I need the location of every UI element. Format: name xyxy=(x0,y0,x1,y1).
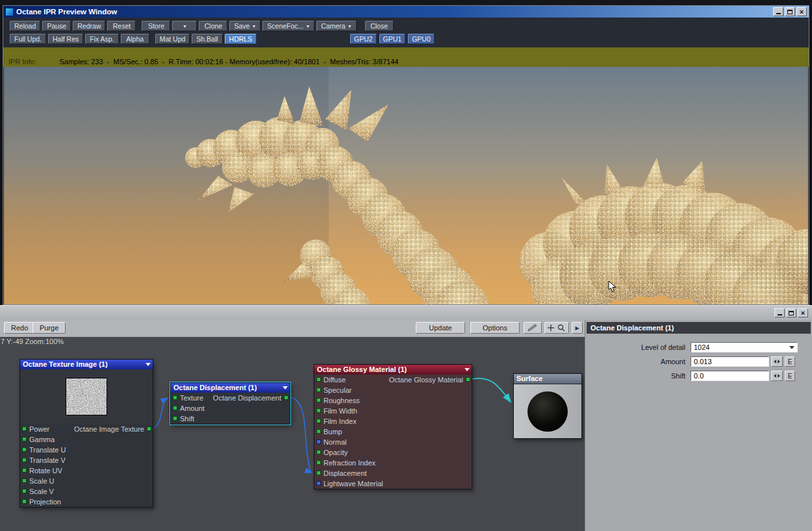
input-pin-bump[interactable] xyxy=(316,429,321,434)
input-pin-shift[interactable] xyxy=(173,416,177,421)
input-pin-normal[interactable] xyxy=(316,439,321,444)
node-octane-glossy-material[interactable]: Octane Glossy Material (1) DiffuseOctane… xyxy=(314,364,472,489)
redo-button[interactable]: Redo xyxy=(4,322,35,334)
node-header[interactable]: Octane Texture Image (1) xyxy=(20,360,153,369)
amount-input[interactable] xyxy=(691,356,769,367)
node-row-film-index[interactable]: Film Index xyxy=(314,416,472,426)
minimize-button[interactable] xyxy=(774,308,785,317)
toolbar-button-sh-ball[interactable]: Sh.Ball xyxy=(192,34,222,44)
input-pin-rotate-uv[interactable] xyxy=(22,468,27,473)
gpu-toggle-gpu0[interactable]: GPU0 xyxy=(408,34,435,44)
pen-tool-button[interactable] xyxy=(524,322,542,334)
input-pin-scale-v[interactable] xyxy=(22,489,27,493)
mini-slider-button[interactable] xyxy=(771,356,783,367)
pan-zoom-tool-button[interactable] xyxy=(544,322,569,334)
close-button[interactable]: × xyxy=(798,308,808,317)
node-row-projection[interactable]: Projection xyxy=(20,497,153,507)
node-header[interactable]: Surface xyxy=(514,374,581,384)
input-pin-film-width[interactable] xyxy=(316,408,321,413)
toolbar-button-close[interactable]: Close xyxy=(365,21,394,31)
maximize-button[interactable] xyxy=(785,7,795,16)
node-row-normal[interactable]: Normal xyxy=(314,437,472,447)
output-pin-texture[interactable] xyxy=(284,395,288,400)
shift-input[interactable] xyxy=(691,371,769,381)
mini-slider-button[interactable] xyxy=(771,371,783,381)
input-pin-translate-u[interactable] xyxy=(22,447,27,452)
output-pin-power[interactable] xyxy=(147,426,151,431)
node-collapse-icon[interactable] xyxy=(464,368,470,371)
render-preview[interactable] xyxy=(4,67,808,304)
toolbar-button-fix-asp[interactable]: Fix Asp. xyxy=(85,34,118,44)
node-surface[interactable]: Surface xyxy=(513,373,582,439)
input-pin-scale-u[interactable] xyxy=(22,478,27,483)
node-row-refraction-index[interactable]: Refraction Index xyxy=(314,458,472,468)
node-row-power[interactable]: PowerOctane Image Texture xyxy=(20,424,153,434)
input-pin-gamma[interactable] xyxy=(22,437,27,441)
toolbar-button-clone[interactable]: Clone xyxy=(199,21,227,31)
input-pin-translate-v[interactable] xyxy=(22,458,27,462)
node-row-lightwave-material[interactable]: Lightwave Material xyxy=(314,478,472,489)
toolbar-button-hdrls[interactable]: HDRLS xyxy=(225,34,257,44)
node-editor-canvas[interactable]: 7 Y:-49 Zoom:100% Octane Texture Image (… xyxy=(0,337,585,531)
toolbar-button-reload[interactable]: Reload xyxy=(10,21,40,31)
wire-texture-to-displacement[interactable] xyxy=(153,398,168,428)
envelope-button[interactable]: E xyxy=(785,371,795,381)
node-header[interactable]: Octane Displacement (1) xyxy=(171,383,290,393)
toolbar-button-store[interactable]: Store xyxy=(142,21,170,31)
toolbar-button-reset[interactable]: Reset xyxy=(107,21,136,31)
input-pin-lightwave-material[interactable] xyxy=(316,481,321,486)
node-row-rotate-uv[interactable]: Rotate UV xyxy=(20,465,153,476)
node-octane-texture-image[interactable]: Octane Texture Image (1) xyxy=(19,359,153,508)
node-collapse-icon[interactable] xyxy=(283,386,288,389)
input-pin-opacity[interactable] xyxy=(316,450,321,454)
node-window-titlebar[interactable]: × xyxy=(0,306,812,320)
wire-displacement-to-material[interactable] xyxy=(290,397,312,473)
input-pin-power[interactable] xyxy=(22,426,27,431)
toolbar-button-scenefoc[interactable]: SceneFoc...▼ xyxy=(262,21,314,31)
input-pin-roughness[interactable] xyxy=(316,398,321,402)
ipr-titlebar[interactable]: Octane IPR Preview Window × xyxy=(3,6,809,18)
node-row-specular[interactable]: Specular xyxy=(314,385,472,395)
toolbar-button-save[interactable]: Save▼ xyxy=(229,21,260,31)
update-button[interactable]: Update xyxy=(416,322,465,334)
maximize-button[interactable] xyxy=(786,308,796,317)
toolbar-button-redraw[interactable]: Redraw xyxy=(73,21,105,31)
toolbar-button-pause[interactable]: Pause xyxy=(42,21,71,31)
toolbar-button-camera[interactable]: Camera▼ xyxy=(316,21,356,31)
input-pin-projection[interactable] xyxy=(22,499,27,504)
node-row-scale-v[interactable]: Scale V xyxy=(20,486,153,497)
node-row-scale-u[interactable]: Scale U xyxy=(20,476,153,486)
input-pin-refraction-index[interactable] xyxy=(316,460,321,465)
gpu-toggle-gpu1[interactable]: GPU1 xyxy=(379,34,406,44)
envelope-button[interactable]: E xyxy=(785,356,795,367)
minimize-button[interactable] xyxy=(773,7,783,16)
node-row-translate-v[interactable]: Translate V xyxy=(20,455,153,465)
close-button[interactable]: × xyxy=(796,7,807,16)
options-button[interactable]: Options xyxy=(470,322,520,334)
node-row-texture[interactable]: TextureOctane Displacement xyxy=(171,393,290,403)
node-row-film-width[interactable]: Film Width xyxy=(314,406,472,416)
node-row-diffuse[interactable]: DiffuseOctane Glossy Material xyxy=(314,375,472,385)
toolbar-button-alpha[interactable]: Alpha xyxy=(121,34,149,44)
input-pin-specular[interactable] xyxy=(316,388,321,392)
gpu-toggle-gpu2[interactable]: GPU2 xyxy=(350,34,377,44)
input-pin-texture[interactable] xyxy=(173,395,177,400)
node-row-bump[interactable]: Bump xyxy=(314,426,472,437)
toolbar-button-store-slot-dropdown[interactable]: ▼ xyxy=(172,21,197,31)
output-pin-diffuse[interactable] xyxy=(466,377,470,382)
input-pin-displacement[interactable] xyxy=(316,471,321,475)
node-row-displacement[interactable]: Displacement xyxy=(314,468,472,478)
input-pin-diffuse[interactable] xyxy=(316,377,321,382)
toolbar-button-mat-upd[interactable]: Mat Upd xyxy=(155,34,190,44)
input-pin-film-index[interactable] xyxy=(316,419,321,423)
node-collapse-icon[interactable] xyxy=(146,363,151,366)
node-header[interactable]: Octane Glossy Material (1) xyxy=(314,365,472,375)
expand-panel-button[interactable]: ▶ xyxy=(572,322,583,334)
node-row-opacity[interactable]: Opacity xyxy=(314,447,472,458)
node-octane-displacement[interactable]: Octane Displacement (1) TextureOctane Di… xyxy=(170,382,290,425)
toolbar-button-half-res[interactable]: Half Res xyxy=(48,34,83,44)
level-of-detail-dropdown[interactable]: 1024 xyxy=(691,342,798,352)
wire-material-to-surface[interactable] xyxy=(472,378,511,402)
node-row-shift[interactable]: Shift xyxy=(171,414,290,424)
node-row-amount[interactable]: Amount xyxy=(171,403,290,414)
